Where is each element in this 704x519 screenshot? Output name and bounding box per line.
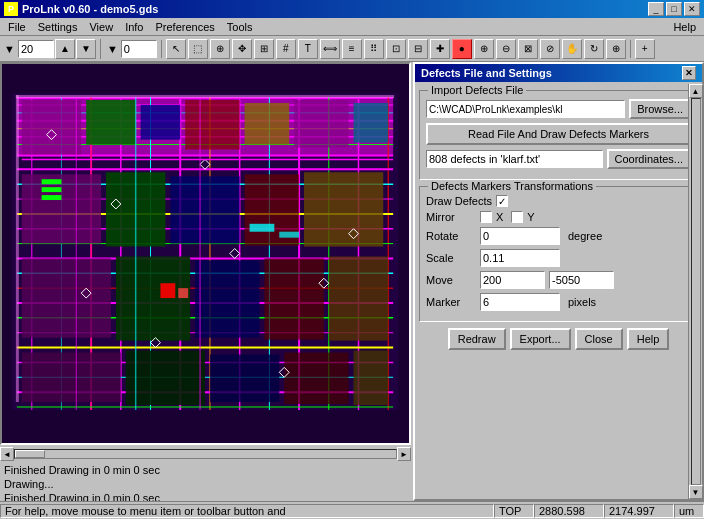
scroll-up-btn[interactable]: ▲ xyxy=(689,84,703,98)
tb-text-btn[interactable]: T xyxy=(298,39,318,59)
status-help-section: For help, move mouse to menu item or too… xyxy=(0,504,494,518)
svg-rect-58 xyxy=(22,353,121,403)
toolbar-up-btn[interactable]: ▲ xyxy=(55,39,75,59)
tb-hand-btn[interactable]: ✋ xyxy=(562,39,582,59)
coordinates-button[interactable]: Coordinates... xyxy=(607,149,691,169)
maximize-button[interactable]: □ xyxy=(666,2,682,16)
svg-rect-47 xyxy=(354,103,389,143)
zoom-input[interactable] xyxy=(18,40,54,58)
tb-zoom-fit-btn[interactable]: ⊠ xyxy=(518,39,538,59)
app-icon: P xyxy=(4,2,18,16)
svg-rect-44 xyxy=(185,100,239,150)
tb-defects-btn[interactable]: ● xyxy=(452,39,472,59)
rotate-input[interactable] xyxy=(480,227,560,245)
minimize-button[interactable]: _ xyxy=(648,2,664,16)
tb-pointer-btn[interactable]: ↖ xyxy=(166,39,186,59)
tb-cross-btn[interactable]: ✚ xyxy=(430,39,450,59)
scroll-right-btn[interactable]: ► xyxy=(397,447,411,461)
svg-rect-79 xyxy=(16,95,394,98)
panel-close-button[interactable]: ✕ xyxy=(682,66,696,80)
browse-button[interactable]: Browse... xyxy=(629,99,691,119)
menu-help[interactable]: Help xyxy=(667,20,702,34)
transforms-group-label: Defects Markers Transformations xyxy=(428,180,596,192)
rotate-unit: degree xyxy=(568,230,602,242)
svg-rect-64 xyxy=(42,187,62,192)
tb-extra-btn[interactable]: ⊕ xyxy=(606,39,626,59)
tb-rotate-btn[interactable]: ↻ xyxy=(584,39,604,59)
log-section: Finished Drawing in 0 min 0 sec Drawing.… xyxy=(0,461,413,501)
svg-rect-41 xyxy=(22,100,81,154)
status-unit-section: um xyxy=(674,504,704,518)
svg-rect-4 xyxy=(17,154,393,156)
tb-grid-btn[interactable]: # xyxy=(276,39,296,59)
menu-view[interactable]: View xyxy=(83,20,119,34)
scroll-down-btn[interactable]: ▼ xyxy=(689,485,703,499)
rotate-label: Rotate xyxy=(426,230,476,242)
close-panel-button[interactable]: Close xyxy=(575,328,623,350)
status-help-text: For help, move mouse to menu item or too… xyxy=(5,505,286,517)
move-x-input[interactable] xyxy=(480,271,545,289)
defects-panel: Defects File and Settings ✕ Import Defec… xyxy=(413,62,704,501)
panel-title-bar: Defects File and Settings ✕ xyxy=(415,64,702,82)
file-path-input[interactable] xyxy=(426,100,625,118)
toolbar-down-btn[interactable]: ▼ xyxy=(76,39,96,59)
svg-rect-59 xyxy=(126,351,205,405)
mirror-y-label: Y xyxy=(527,211,534,223)
status-y-section: 2174.997 xyxy=(604,504,674,518)
toolbar: ▼ ▲ ▼ ▼ ↖ ⬚ ⊕ ✥ ⊞ # T ⟺ ≡ ⠿ ⊡ ⊟ ✚ ● ⊕ ⊖ … xyxy=(0,36,704,62)
tb-layer-btn[interactable]: ≡ xyxy=(342,39,362,59)
defects-count-display xyxy=(426,150,603,168)
chip-svg xyxy=(2,64,409,443)
chip-display xyxy=(0,62,411,445)
svg-rect-61 xyxy=(284,353,348,404)
svg-rect-66 xyxy=(160,283,175,298)
move-y-input[interactable] xyxy=(549,271,614,289)
svg-rect-54 xyxy=(116,256,190,340)
action-buttons: Redraw Export... Close Help xyxy=(419,328,698,350)
export-button[interactable]: Export... xyxy=(510,328,571,350)
tb-select-btn[interactable]: ⬚ xyxy=(188,39,208,59)
tb-zoom-out-btn[interactable]: ⊖ xyxy=(496,39,516,59)
svg-rect-67 xyxy=(178,288,188,298)
log-line-2: Drawing... xyxy=(4,477,409,491)
toolbar-separator xyxy=(630,40,631,58)
tb-zoom-in-btn[interactable]: ⊕ xyxy=(474,39,494,59)
tb-zoom-area-btn[interactable]: ⊘ xyxy=(540,39,560,59)
tb-fit-btn[interactable]: ⊞ xyxy=(254,39,274,59)
tb-ruler-btn[interactable]: ⊟ xyxy=(408,39,428,59)
draw-defects-label: Draw Defects xyxy=(426,195,492,207)
read-file-button[interactable]: Read File And Draw Defects Markers xyxy=(426,123,691,145)
status-x-coord: 2880.598 xyxy=(539,505,585,517)
marker-label: Marker xyxy=(426,296,476,308)
marker-input[interactable] xyxy=(480,293,560,311)
scale-input[interactable] xyxy=(480,249,560,267)
menu-settings[interactable]: Settings xyxy=(32,20,84,34)
menu-preferences[interactable]: Preferences xyxy=(150,20,221,34)
main-window: P ProLnk v0.60 - demo5.gds _ □ ✕ File Se… xyxy=(0,0,704,519)
tb-pan-btn[interactable]: ✥ xyxy=(232,39,252,59)
scroll-v-track[interactable] xyxy=(691,98,701,485)
tb-snap-btn[interactable]: ⊡ xyxy=(386,39,406,59)
draw-defects-checkbox[interactable]: ✓ xyxy=(496,195,508,207)
menu-tools[interactable]: Tools xyxy=(221,20,259,34)
marker-unit: pixels xyxy=(568,296,596,308)
tb-measure-btn[interactable]: ⟺ xyxy=(320,39,340,59)
scroll-thumb[interactable] xyxy=(15,450,45,458)
help-panel-button[interactable]: Help xyxy=(627,328,670,350)
tb-dots-btn[interactable]: ⠿ xyxy=(364,39,384,59)
menu-info[interactable]: Info xyxy=(119,20,149,34)
svg-rect-80 xyxy=(16,95,19,402)
tb-plus-btn[interactable]: + xyxy=(635,39,655,59)
scroll-track[interactable] xyxy=(14,449,397,459)
mirror-y-checkbox[interactable] xyxy=(511,211,523,223)
status-y-coord: 2174.997 xyxy=(609,505,655,517)
mirror-x-checkbox[interactable] xyxy=(480,211,492,223)
tb-zoom-btn[interactable]: ⊕ xyxy=(210,39,230,59)
status-unit: um xyxy=(679,505,694,517)
svg-rect-69 xyxy=(279,232,299,238)
layer-input[interactable] xyxy=(121,40,157,58)
scroll-left-btn[interactable]: ◄ xyxy=(0,447,14,461)
redraw-button[interactable]: Redraw xyxy=(448,328,506,350)
close-button[interactable]: ✕ xyxy=(684,2,700,16)
menu-file[interactable]: File xyxy=(2,20,32,34)
